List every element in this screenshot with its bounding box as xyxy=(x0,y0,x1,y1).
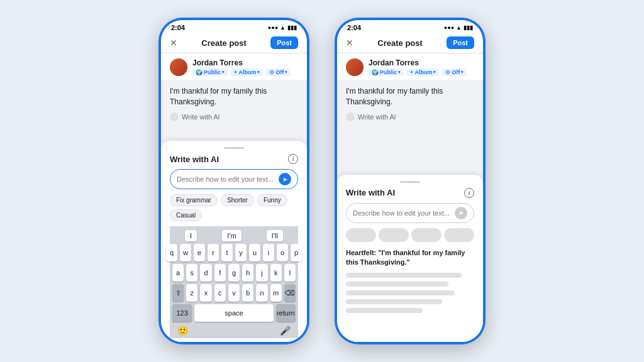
kb-row-3: ⇧ z x c v b n m ⌫ xyxy=(172,284,296,302)
kb-i[interactable]: i xyxy=(263,244,274,261)
kb-k[interactable]: k xyxy=(270,264,282,282)
kb-g[interactable]: g xyxy=(228,264,240,282)
info-icon-right[interactable]: i xyxy=(464,188,474,198)
user-info-left: Jordan Torres 🌍 Public▾ + Album▾ ⊙ Off▾ xyxy=(161,53,307,80)
ai-icon-left xyxy=(170,112,179,121)
ai-input-row-right[interactable]: ➤ xyxy=(346,203,474,223)
ai-send-button-right[interactable]: ➤ xyxy=(455,207,467,219)
status-icons-right: ●●● ▲ ▮▮▮ xyxy=(444,25,473,31)
chip-skel-2 xyxy=(379,228,409,242)
sheet-title-left: Write with AI xyxy=(170,155,219,164)
kb-e[interactable]: e xyxy=(194,244,205,261)
public-badge-left[interactable]: 🌍 Public▾ xyxy=(192,69,228,76)
sheet-handle-right xyxy=(400,181,420,183)
skeleton-1 xyxy=(346,273,462,278)
result-chips-row xyxy=(346,228,474,242)
status-time-right: 2:04 xyxy=(347,24,361,31)
kb-f[interactable]: f xyxy=(214,264,226,282)
kb-o[interactable]: o xyxy=(277,244,288,261)
kb-return[interactable]: return xyxy=(276,304,296,322)
result-label: Heartfelt: "I'm thankful for my family t… xyxy=(346,248,474,268)
close-icon-right[interactable]: ✕ xyxy=(346,38,353,48)
kb-suggest-im[interactable]: I'm xyxy=(222,230,241,241)
kb-delete[interactable]: ⌫ xyxy=(284,284,296,302)
sheet-title-row-left: Write with AI i xyxy=(170,154,298,164)
kb-l[interactable]: l xyxy=(284,264,296,282)
kb-t[interactable]: t xyxy=(221,244,233,261)
kb-b[interactable]: b xyxy=(242,284,253,302)
album-badge-left[interactable]: + Album▾ xyxy=(231,69,263,76)
kb-y[interactable]: y xyxy=(235,244,247,261)
chip-skel-3 xyxy=(411,228,441,242)
avatar-left xyxy=(170,58,187,76)
kb-u[interactable]: u xyxy=(249,244,260,261)
kb-c[interactable]: c xyxy=(214,284,226,302)
skeleton-5 xyxy=(346,308,423,313)
kb-v[interactable]: v xyxy=(228,284,240,302)
status-icons-left: ●●● ▲ ▮▮▮ xyxy=(268,25,297,31)
kb-suggest-ill[interactable]: I'll xyxy=(267,230,283,241)
kb-r[interactable]: r xyxy=(208,244,219,261)
album-badge-right[interactable]: + Album▾ xyxy=(407,69,439,76)
skeleton-3 xyxy=(346,290,455,295)
phone-left: 2:04 ●●● ▲ ▮▮▮ ✕ Create post Post Jo xyxy=(158,18,309,344)
post-header-right: ✕ Create post Post xyxy=(337,33,483,53)
post-button-left[interactable]: Post xyxy=(270,36,298,49)
kb-n[interactable]: n xyxy=(256,284,267,302)
kb-d[interactable]: d xyxy=(200,264,211,282)
bottom-sheet-left: Write with AI i ➤ Fix grammar Shorter Fu… xyxy=(161,141,307,342)
info-icon-left[interactable]: i xyxy=(288,154,298,164)
user-controls-left: 🌍 Public▾ + Album▾ ⊙ Off▾ xyxy=(192,69,291,76)
ai-send-button-left[interactable]: ➤ xyxy=(279,173,291,185)
kb-h[interactable]: h xyxy=(242,264,253,282)
sheet-title-right: Write with AI xyxy=(346,188,395,197)
kb-space[interactable]: space xyxy=(194,304,273,322)
chip-shorter[interactable]: Shorter xyxy=(221,194,254,206)
keyboard-suggestions: I I'm I'll xyxy=(172,230,296,241)
chip-casual[interactable]: Casual xyxy=(170,209,202,221)
off-badge-right[interactable]: ⊙ Off▾ xyxy=(442,69,467,76)
ai-icon-right xyxy=(346,112,355,121)
kb-row-2: a s d f g h j k l xyxy=(172,264,296,282)
public-badge-right[interactable]: 🌍 Public▾ xyxy=(369,69,404,76)
kb-x[interactable]: x xyxy=(200,284,211,302)
user-name-right: Jordan Torres xyxy=(369,58,467,67)
user-controls-right: 🌍 Public▾ + Album▾ ⊙ Off▾ xyxy=(369,69,467,76)
kb-suggest-i[interactable]: I xyxy=(185,230,197,241)
kb-w[interactable]: w xyxy=(180,244,191,261)
kb-a[interactable]: a xyxy=(172,264,184,282)
skeleton-4 xyxy=(346,299,442,304)
kb-row-1: q w e r t y u i o p xyxy=(172,244,296,261)
kb-z[interactable]: z xyxy=(186,284,197,302)
post-title-left: Create post xyxy=(201,38,247,48)
chip-funny[interactable]: Funny xyxy=(257,194,287,206)
ai-input-row-left[interactable]: ➤ xyxy=(170,169,298,189)
kb-extras: 🙂 🎤 xyxy=(172,324,296,337)
emoji-icon[interactable]: 🙂 xyxy=(177,326,188,336)
kb-q[interactable]: q xyxy=(166,244,177,261)
post-text-right: I'm thankful for my family this Thanksgi… xyxy=(346,86,474,107)
kb-row-4: 123 space return xyxy=(172,304,296,322)
chip-skel-1 xyxy=(346,228,376,242)
mic-icon[interactable]: 🎤 xyxy=(280,326,291,336)
result-sheet-right: Write with AI i ➤ Heartfelt: "I'm thankf… xyxy=(337,175,483,342)
sheet-handle-left xyxy=(224,147,244,149)
kb-123[interactable]: 123 xyxy=(172,304,192,322)
kb-p[interactable]: p xyxy=(291,244,302,261)
kb-s[interactable]: s xyxy=(186,264,197,282)
close-icon-left[interactable]: ✕ xyxy=(170,38,177,48)
write-ai-link-right[interactable]: Write with Al xyxy=(346,112,474,121)
kb-m[interactable]: m xyxy=(270,284,282,302)
user-info-right: Jordan Torres 🌍 Public▾ + Album▾ ⊙ Off▾ xyxy=(337,53,483,80)
kb-shift[interactable]: ⇧ xyxy=(172,284,184,302)
chip-fix-grammar[interactable]: Fix grammar xyxy=(170,194,218,206)
write-ai-link-left[interactable]: Write with Al xyxy=(170,112,298,121)
keyboard-left: I I'm I'll q w e r t y u i o p xyxy=(170,226,298,338)
ai-input-left[interactable] xyxy=(177,175,279,183)
kb-j[interactable]: j xyxy=(256,264,267,282)
status-time-left: 2:04 xyxy=(171,24,185,31)
skeleton-2 xyxy=(346,282,448,287)
off-badge-left[interactable]: ⊙ Off▾ xyxy=(266,69,291,76)
ai-input-right[interactable] xyxy=(353,209,455,217)
post-button-right[interactable]: Post xyxy=(447,36,474,49)
